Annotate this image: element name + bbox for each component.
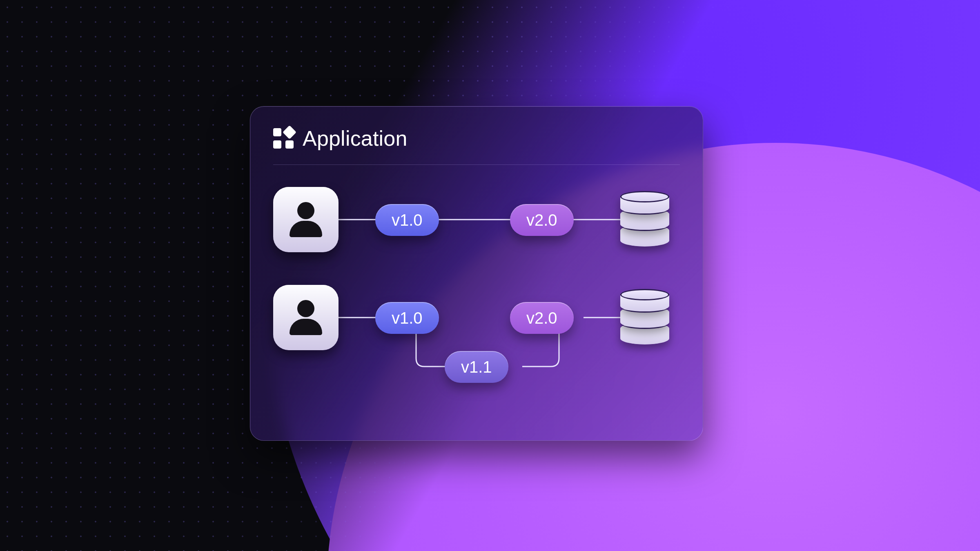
user-tile-1 [273,187,339,252]
version-pill-v1-row1: v1.0 [375,204,439,236]
database-icon-1 [620,192,669,245]
version-pill-v11: v1.1 [445,351,508,383]
pill-label: v2.0 [526,211,557,229]
card-header: Application [273,126,680,165]
card-title: Application [303,126,408,151]
pill-label: v1.0 [392,309,423,327]
user-tile-2 [273,285,339,350]
application-card: Application v1.0 v2.0 [250,106,703,441]
user-icon [290,202,322,237]
user-icon [290,300,322,335]
apps-icon [273,128,294,149]
pill-label: v2.0 [526,309,557,327]
pill-label: v1.1 [461,358,492,376]
version-pill-v1-row2: v1.0 [375,302,439,334]
pill-label: v1.0 [392,211,423,229]
database-icon-2 [620,290,669,343]
version-pill-v2-row2: v2.0 [510,302,574,334]
version-pill-v2-row1: v2.0 [510,204,574,236]
diagram-area: v1.0 v2.0 v1.0 v2.0 v1.1 [273,187,680,432]
